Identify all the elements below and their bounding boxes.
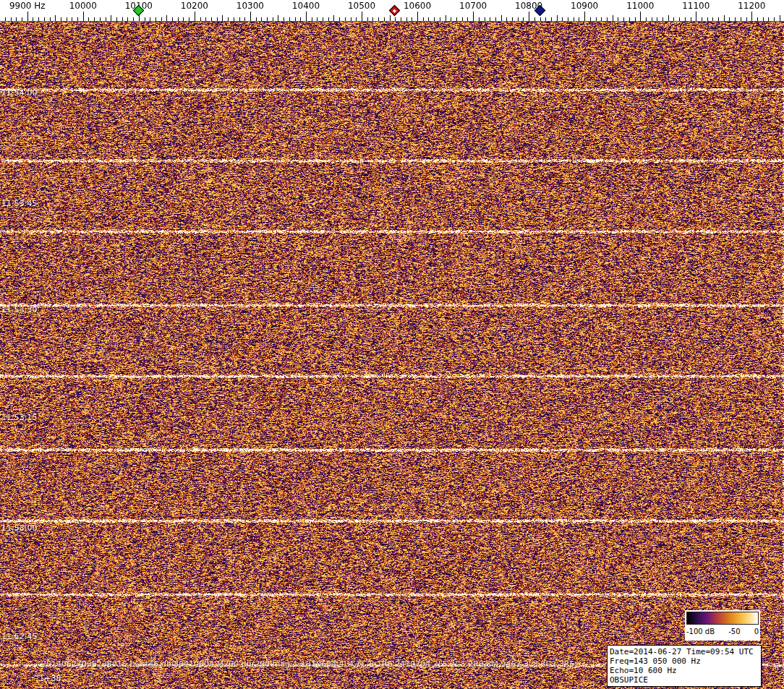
ruler-frequency-label: 9900 Hz bbox=[9, 1, 46, 11]
colorbar-gradient bbox=[686, 612, 759, 625]
detection-log-text: 20140627095238916 bCnt46 db 80410604 M20… bbox=[41, 659, 575, 669]
time-label: 11:53:45 bbox=[1, 199, 37, 208]
colorbar-labels: -100 dB -50 0 bbox=[686, 625, 759, 637]
frequency-ruler[interactable]: 9900 Hz100001010010200103001040010500106… bbox=[0, 0, 784, 22]
ruler-frequency-label: 10000 bbox=[69, 1, 97, 11]
colorbar-label-min: -100 dB bbox=[686, 628, 715, 635]
ruler-frequency-label: 10200 bbox=[181, 1, 208, 11]
ruler-frequency-label: 10400 bbox=[292, 1, 320, 11]
cursor-readout: ^1+38 bbox=[33, 674, 61, 683]
marker-red-center bbox=[393, 9, 397, 13]
info-station: OBSUPICE bbox=[610, 675, 759, 685]
ruler-frequency-label: 11100 bbox=[682, 1, 710, 11]
time-label: 11:52:45 bbox=[1, 632, 37, 641]
info-echo: Echo=10 600 Hz bbox=[610, 666, 759, 675]
time-label: 11:54:00 bbox=[1, 88, 37, 98]
ruler-frequency-label: 10900 bbox=[571, 1, 598, 11]
info-frequency: Freq=143 050 000 Hz bbox=[610, 656, 759, 666]
time-label: 11:53:30 bbox=[1, 305, 37, 314]
ruler-frequency-label: 10300 bbox=[237, 1, 264, 11]
time-label: 11:53:00 bbox=[1, 523, 37, 533]
ruler-frequency-label: 11000 bbox=[626, 1, 654, 11]
waterfall-area: 11:54:0011:53:4511:53:3011:53:1511:53:00… bbox=[0, 22, 784, 689]
colorbar-label-mid: -50 bbox=[728, 628, 740, 635]
spectrogram-app: 9900 Hz100001010010200103001040010500106… bbox=[0, 0, 784, 689]
time-label: 11:53:15 bbox=[1, 413, 37, 422]
info-date-time: Date=2014-06-27 Time=09:54 UTC bbox=[610, 647, 759, 656]
ruler-frequency-label: 11200 bbox=[738, 1, 765, 11]
observation-info-box: Date=2014-06-27 Time=09:54 UTC Freq=143 … bbox=[607, 645, 762, 687]
ruler-frequency-label: 10500 bbox=[348, 1, 375, 11]
colorbar-label-max: 0 bbox=[754, 628, 759, 635]
colorbar-legend: -100 dB -50 0 bbox=[685, 610, 760, 641]
spectrogram-canvas[interactable] bbox=[0, 22, 784, 689]
ruler-frequency-label: 10700 bbox=[459, 1, 487, 11]
ruler-frequency-label: 10600 bbox=[404, 1, 431, 11]
